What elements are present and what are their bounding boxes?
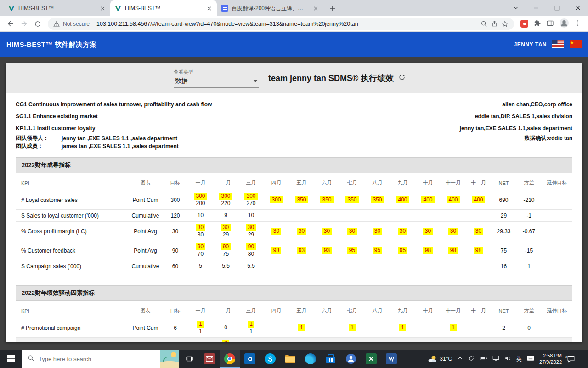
target-value: 90 <box>246 243 256 250</box>
month-cell: 1 <box>339 318 365 338</box>
month-cell: 1 <box>289 318 314 338</box>
variance-cell: -210 <box>516 190 542 210</box>
teams-icon[interactable] <box>341 350 361 368</box>
maximize-button[interactable] <box>547 0 567 16</box>
drivers-kpi-section: 2022财年绩效驱动因素指标 KPI图表目标一月二月三月四月五月六月七月八月九月… <box>16 285 572 342</box>
browser-tab-3[interactable]: 百度翻译-200种语言互译、沟通全世界 <box>217 0 323 16</box>
dashboard-card: 查看类型 数据 team jenny tan SDMS® 执行绩效 CG1 Co… <box>6 63 582 342</box>
view-type-select[interactable]: 查看类型 数据 <box>174 69 259 88</box>
share-icon[interactable] <box>491 20 498 27</box>
back-button[interactable] <box>4 17 17 30</box>
month-cell <box>441 338 466 343</box>
target-value: 98 <box>423 247 433 254</box>
notification-bubble-icon <box>567 355 575 363</box>
tab-title: HIMS-BEST™ <box>18 5 96 12</box>
sync-icon[interactable] <box>468 355 475 363</box>
tab-close-icon[interactable] <box>99 5 106 12</box>
address-bar[interactable]: Not secure 103.100.211.58:4567/#/team-ca… <box>48 18 514 30</box>
bookmark-star-icon[interactable] <box>501 20 509 28</box>
weather-widget[interactable]: 31°C <box>428 355 452 363</box>
chrome-icon[interactable] <box>220 350 240 368</box>
input-language-indicator[interactable]: 英 <box>516 355 522 363</box>
target-value: 1 <box>450 324 457 331</box>
search-highlights-image[interactable] <box>160 350 179 368</box>
extensions-puzzle-icon[interactable] <box>533 19 541 29</box>
target-value: 98 <box>474 247 483 254</box>
month-cell: 300200 <box>188 190 213 210</box>
column-header: 方差 <box>516 176 542 190</box>
variance-cell: -15 <box>516 241 542 260</box>
target-value: 30 <box>221 224 231 231</box>
show-desktop-sliver[interactable] <box>584 350 586 368</box>
zoom-icon[interactable] <box>481 20 488 28</box>
browser-tab-1[interactable]: HIMS-BEST™ <box>4 0 110 16</box>
reload-button[interactable] <box>31 17 44 30</box>
file-explorer-icon[interactable] <box>280 350 300 368</box>
extension-icon-red[interactable] <box>520 20 528 28</box>
month-cell <box>264 338 289 343</box>
column-header: 二月 <box>213 176 238 190</box>
outlook-icon[interactable] <box>240 350 260 368</box>
tab-close-icon[interactable] <box>205 5 213 12</box>
new-tab-button[interactable] <box>326 2 339 15</box>
table-row: Campaign implementation planPeriod179315… <box>16 338 572 343</box>
tab-search-icon[interactable] <box>505 0 526 16</box>
view-type-value: 数据 <box>175 77 188 85</box>
table-row: % Gross profit margin (LC)Point Avg30303… <box>16 222 572 241</box>
month-cell: 350 <box>339 190 365 210</box>
search-input[interactable] <box>39 356 156 362</box>
edge-icon[interactable] <box>300 350 321 368</box>
target-value: 1 <box>298 324 305 331</box>
refresh-icon[interactable] <box>398 74 406 83</box>
column-header: NET <box>491 176 516 190</box>
column-header: 图表 <box>128 176 163 190</box>
target-cell: 6 <box>163 318 188 338</box>
taskbar-clock[interactable]: 2:58 PM 27/9/2022 <box>539 352 562 366</box>
word-icon[interactable] <box>381 350 401 368</box>
tab-close-icon[interactable] <box>312 5 319 12</box>
tray-chevron-up-icon[interactable] <box>457 355 463 362</box>
minimize-button[interactable] <box>526 0 547 16</box>
taskbar-search[interactable] <box>22 350 179 368</box>
battery-icon[interactable] <box>480 356 487 362</box>
us-flag-icon[interactable] <box>552 40 564 49</box>
month-cell <box>289 210 314 222</box>
task-view-icon[interactable] <box>179 350 199 368</box>
results-kpi-section: 2022财年成果指标 KPI图表目标一月二月三月四月五月六月七月八月九月十月十一… <box>16 157 572 272</box>
target-value: 30 <box>423 228 433 235</box>
info-section: CG1 Continuous improvement of sales turn… <box>6 93 582 152</box>
profile-avatar-icon[interactable] <box>559 18 569 29</box>
target-value: 400 <box>447 196 459 203</box>
column-header: 一月 <box>188 304 213 318</box>
skype-icon[interactable] <box>260 350 280 368</box>
month-cell <box>466 318 491 338</box>
start-button[interactable] <box>0 350 22 368</box>
month-cell <box>390 210 415 222</box>
browser-tab-2[interactable]: HIMS-BEST™ <box>110 0 217 16</box>
notification-center[interactable]: 3 <box>567 355 579 363</box>
net-cell: 690 <box>491 190 516 210</box>
stretch-target-cell <box>542 260 572 272</box>
excel-icon[interactable] <box>361 350 381 368</box>
close-window-button[interactable] <box>567 0 588 16</box>
side-panel-icon[interactable] <box>546 19 554 29</box>
column-header: 十二月 <box>466 304 491 318</box>
chart-type-cell: Cumulative <box>128 260 163 272</box>
store-icon[interactable] <box>321 350 341 368</box>
target-value: 30 <box>196 224 205 231</box>
browser-menu-kebab-icon[interactable] <box>574 19 582 28</box>
target-value: 98 <box>448 247 458 254</box>
forward-button[interactable] <box>17 17 30 30</box>
column-header: 七月 <box>339 304 365 318</box>
target-value: 30 <box>297 228 306 235</box>
ime-keyboard-icon[interactable] <box>527 355 534 362</box>
net-cell: 29.33 <box>491 222 516 241</box>
cn-flag-icon[interactable] <box>570 40 582 49</box>
kpi-cell: Campaign implementation plan <box>16 338 128 343</box>
volume-icon[interactable] <box>504 355 511 363</box>
actual-value: 9 <box>224 212 227 219</box>
mail-icon[interactable] <box>199 350 220 368</box>
month-cell: 98 <box>415 241 441 260</box>
actual-value: 80 <box>248 251 254 258</box>
network-icon[interactable] <box>492 355 499 362</box>
